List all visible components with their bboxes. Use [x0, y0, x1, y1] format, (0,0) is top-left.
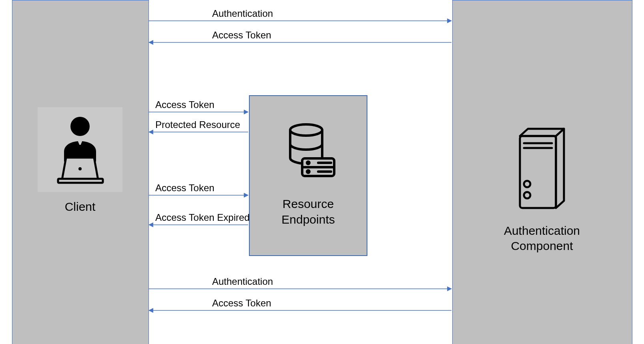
svg-rect-2 [58, 179, 103, 183]
label-authentication-2: Authentication [212, 276, 273, 287]
svg-point-0 [70, 117, 90, 136]
resource-endpoints-node: Resource Endpoints [249, 95, 367, 256]
label-access-token-4: Access Token [212, 298, 271, 309]
client-label: Client [12, 200, 148, 214]
label-access-token-2: Access Token [155, 99, 215, 110]
svg-point-7 [524, 192, 530, 198]
label-access-token-1: Access Token [212, 30, 271, 41]
database-server-icon [250, 120, 367, 182]
auth-label-line2: Component [511, 239, 573, 252]
server-tower-icon [452, 124, 632, 214]
svg-point-12 [307, 170, 309, 173]
auth-label: Authentication Component [452, 223, 632, 253]
client-node: Client [12, 107, 148, 214]
svg-point-1 [78, 167, 82, 170]
svg-point-8 [290, 124, 322, 136]
endpoint-label-line2: Endpoints [281, 213, 335, 226]
label-access-token-3: Access Token [155, 182, 215, 194]
endpoint-label-line1: Resource [283, 197, 334, 210]
endpoint-label: Resource Endpoints [250, 196, 367, 227]
label-authentication-1: Authentication [212, 8, 273, 19]
auth-label-line1: Authentication [504, 224, 580, 237]
label-access-token-expired: Access Token Expired [155, 212, 250, 223]
svg-point-6 [524, 181, 530, 187]
auth-node: Authentication Component [452, 124, 632, 253]
svg-point-11 [307, 162, 309, 164]
label-protected-resource: Protected Resource [155, 119, 240, 130]
user-laptop-icon [38, 107, 122, 192]
